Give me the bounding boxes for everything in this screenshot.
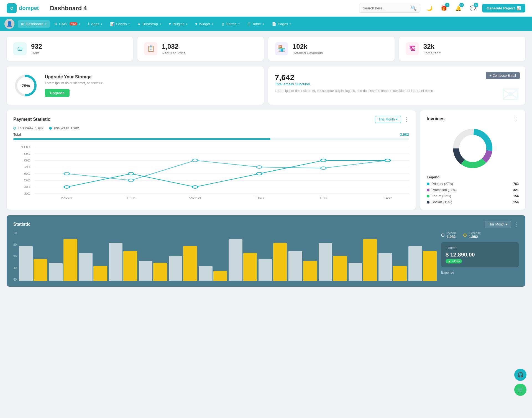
payment-title: Payment Statistic: [13, 117, 50, 122]
payments-icon-wrap: 🏪: [275, 42, 288, 55]
generate-report-button[interactable]: Generate Report 📊: [482, 4, 525, 12]
legend-forum: Forum (22%) 154: [427, 194, 519, 198]
statistic-menu-button[interactable]: ⋮: [514, 221, 519, 227]
search-input[interactable]: [363, 6, 409, 10]
force-icon-wrap: 🏗: [406, 42, 419, 55]
expense-legend-dot: [463, 234, 467, 237]
bar-chart: [19, 231, 437, 281]
logo-area: c dompet: [7, 3, 39, 13]
compose-email-button[interactable]: + Compose Email: [486, 72, 520, 79]
header-icons: 🌙 🎁 2 🔔 12 💬 5 Generate Report 📊: [424, 3, 525, 13]
nav-item-charts[interactable]: 📊 Charts ▾: [107, 20, 133, 28]
chat-button[interactable]: 💬 5: [468, 3, 478, 13]
stat-info-force: 32k Force tariff: [423, 43, 441, 55]
bell-button[interactable]: 🔔 12: [453, 3, 463, 13]
legend-dot-2: [49, 127, 52, 130]
payment-filter-button[interactable]: This Month ▾: [375, 116, 401, 123]
cms-icon: ⚙: [54, 22, 58, 26]
invoices-menu-button[interactable]: ⋮: [514, 116, 519, 122]
bar-white-10: [319, 243, 332, 281]
bar-white-4: [139, 261, 153, 281]
nav-item-apps[interactable]: ℹ Apps ▾: [85, 20, 106, 28]
total-bar-wrap: [13, 138, 409, 140]
svg-text:30: 30: [24, 192, 30, 195]
bar-group-9: [288, 231, 317, 281]
svg-point-33: [257, 172, 262, 175]
logo-text: dompet: [19, 5, 39, 11]
bar-white-6: [199, 266, 213, 281]
nav-item-dashboard[interactable]: ⊞ Dashboard ▾: [18, 20, 50, 28]
bar-yellow-1: [63, 239, 77, 281]
force-label: Force tariff: [423, 51, 441, 55]
bar-yellow-11: [363, 239, 377, 281]
statistic-chart-area: 50 40 30 20 10: [13, 231, 437, 281]
nav-arrow-apps: ▾: [101, 22, 102, 25]
charts-icon: 📊: [110, 22, 114, 26]
promotion-value: 321: [513, 188, 519, 192]
storage-card: 75% Upgrade Your Storage Lorem ipsum dol…: [7, 66, 264, 105]
bar-white-1: [49, 263, 63, 281]
upgrade-button[interactable]: Upgrade: [45, 89, 70, 97]
dropdown-arrow-icon: ▾: [396, 117, 398, 121]
storage-title: Upgrade Your Storage: [45, 75, 103, 80]
payments-label: Detalled Payments: [293, 51, 323, 55]
statistic-card: Statistic This Month ▾ ⋮ 50 40 30 20: [7, 215, 525, 287]
bell-badge: 12: [459, 3, 464, 7]
moon-toggle[interactable]: 🌙: [424, 3, 434, 13]
promotion-label: Promotion (11%): [432, 188, 457, 192]
stat-card-price: 📋 1,032 Required Price: [137, 37, 264, 61]
expense-legend: Expense 1.982: [463, 231, 481, 239]
total-value: 3.982: [400, 132, 409, 137]
bar-white-12: [378, 253, 392, 281]
stat-card-payments: 🏪 102k Detalled Payments: [268, 37, 395, 61]
income-box-value: $ 12,890,00: [446, 252, 514, 258]
nav-item-cms[interactable]: ⚙ CMS New ▾: [51, 20, 84, 28]
payments-icon: 🏪: [278, 45, 285, 52]
bar-group-3: [109, 231, 137, 281]
bar-white-13: [408, 246, 422, 281]
price-icon-wrap: 📋: [144, 42, 157, 55]
nav-item-table[interactable]: ☰ Table ▾: [244, 20, 267, 28]
bar-yellow-10: [333, 256, 347, 281]
forum-label: Forum (22%): [432, 194, 451, 198]
svg-point-31: [128, 172, 134, 175]
svg-point-24: [64, 172, 69, 175]
cms-new-badge: New: [70, 22, 77, 25]
statistic-header: Statistic This Month ▾ ⋮: [13, 221, 519, 228]
bar-yellow-2: [93, 266, 107, 281]
svg-text:70: 70: [24, 165, 30, 169]
nav-item-forms[interactable]: 🖨 Forms ▾: [218, 20, 243, 28]
nav-item-plugins[interactable]: ♥ Plugins ▾: [165, 20, 191, 28]
legend-socials: Socials (15%) 154: [427, 200, 519, 204]
svg-point-32: [192, 186, 198, 188]
table-icon: ☰: [247, 22, 251, 26]
bar-group-5: [169, 231, 197, 281]
header: c dompet Dashboard 4 🔍 🌙 🎁 2 🔔 12 💬 5 Ge…: [0, 0, 532, 17]
bar-white-9: [288, 251, 302, 281]
search-bar[interactable]: 🔍: [359, 4, 420, 13]
gift-button[interactable]: 🎁 2: [439, 3, 449, 13]
nav-item-bootstrap[interactable]: ★ Bootstrap ▾: [134, 20, 164, 28]
socials-label: Socials (15%): [432, 200, 452, 204]
main-content: 🗂 932 Tariff 📋 1,032 Required Price 🏪 10…: [0, 31, 532, 292]
nav-item-widget[interactable]: ♥ Widget ▾: [192, 20, 216, 28]
price-value: 1,032: [162, 43, 186, 50]
nav-item-pages[interactable]: 📄 Pages ▾: [268, 20, 295, 28]
email-subtitle: Total emails Subcriber.: [275, 82, 519, 86]
invoices-donut-svg: [451, 126, 495, 171]
bar-white-7: [229, 239, 242, 281]
expense-section-label: Expense: [441, 271, 519, 275]
nav-avatar: 👤: [4, 19, 14, 29]
svg-text:Fri: Fri: [320, 196, 327, 200]
bar-yellow-3: [123, 251, 137, 281]
statistic-title: Statistic: [13, 222, 30, 227]
statistic-filter-button[interactable]: This Month ▾: [485, 221, 511, 228]
stat-info-payments: 102k Detalled Payments: [293, 43, 323, 55]
payment-menu-button[interactable]: ⋮: [404, 116, 409, 122]
price-label: Required Price: [162, 51, 186, 55]
primary-dot: [427, 183, 429, 185]
legend-primary: Primary (27%) 763: [427, 182, 519, 186]
bar-white-3: [109, 243, 123, 281]
total-row: Total 3.982: [13, 132, 409, 137]
forum-value: 154: [513, 194, 519, 198]
